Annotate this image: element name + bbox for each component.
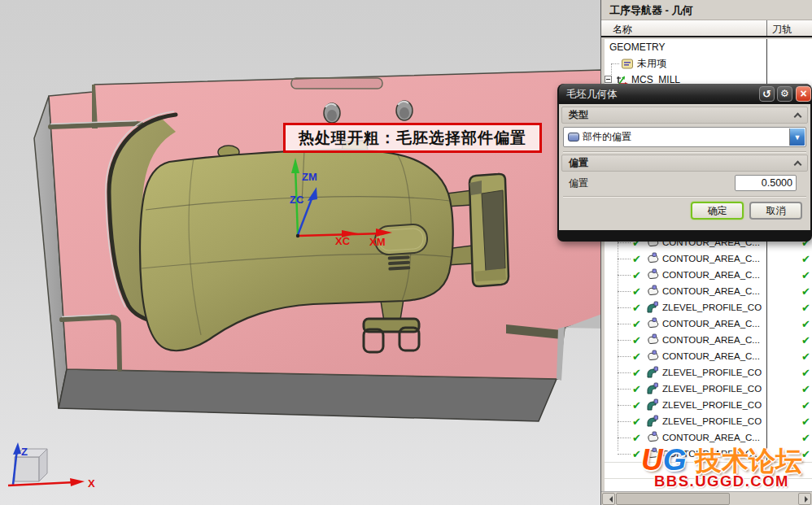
operation-row[interactable]: ✔ ZLEVEL_PROFILE_CO... ✔ bbox=[605, 397, 812, 413]
horizontal-scrollbar[interactable] bbox=[601, 491, 812, 505]
chevron-up-icon[interactable] bbox=[794, 160, 802, 168]
operation-icon bbox=[646, 252, 661, 265]
tree-connector bbox=[611, 63, 619, 64]
model-canvas: ZM ZC XC XM Z X bbox=[0, 0, 602, 505]
screw-hole[interactable] bbox=[396, 101, 413, 120]
toolpath-check-icon: ✔ bbox=[801, 270, 812, 281]
column-name[interactable]: 名称 bbox=[613, 23, 632, 37]
operation-icon bbox=[646, 350, 661, 363]
column-divider[interactable] bbox=[766, 20, 767, 36]
gear-icon[interactable]: ⚙ bbox=[777, 86, 792, 102]
operation-row[interactable]: ✔ CONTOUR_AREA_C... ✔ bbox=[605, 348, 812, 364]
operation-row[interactable]: ✔ ZLEVEL_PROFILE_CO... ✔ bbox=[605, 381, 812, 397]
dialog-buttons: 确定 取消 bbox=[561, 199, 808, 224]
operation-icon bbox=[646, 317, 661, 330]
operation-row[interactable]: ✔ CONTOUR_AREA_C... ✔ bbox=[605, 283, 812, 299]
offset-section-header[interactable]: 偏置 bbox=[561, 155, 808, 172]
dropdown-arrow-icon[interactable]: ▼ bbox=[789, 128, 805, 146]
operation-row[interactable]: ✔ ZLEVEL_PROFILE_CO... ✔ bbox=[605, 364, 812, 381]
operation-row[interactable]: ✔ CONTOUR_AREA_C... ✔ bbox=[605, 316, 812, 332]
status-check-icon: ✔ bbox=[632, 368, 646, 378]
tree-item-label: GEOMETRY bbox=[609, 41, 665, 53]
chevron-up-icon[interactable] bbox=[794, 112, 802, 120]
navigator-column-header: 名称 刀轨 bbox=[601, 20, 812, 37]
close-icon[interactable]: × bbox=[796, 86, 811, 102]
offset-field-label: 偏置 bbox=[569, 176, 588, 190]
dialog-body: 类型 部件的偏置 ▼ 偏置 偏置 0.5000 确定 取消 bbox=[559, 104, 810, 230]
toolpath-check-icon: ✔ bbox=[801, 286, 812, 297]
zc-label: ZC bbox=[290, 194, 304, 206]
tree-connector bbox=[618, 438, 631, 438]
status-check-icon: ✔ bbox=[632, 400, 646, 411]
tree-item-unused[interactable]: 未用项 bbox=[605, 55, 812, 72]
operation-row[interactable]: ✔ ZLEVEL_PROFILE_CO... ✔ bbox=[605, 299, 812, 316]
scrollbar-thumb[interactable] bbox=[616, 493, 730, 505]
scroll-right-button[interactable] bbox=[798, 493, 811, 505]
navigator-title: 工序导航器 - 几何 bbox=[601, 0, 812, 20]
operation-row[interactable]: ✔ CONTOUR_AREA_C... ✔ bbox=[605, 332, 812, 348]
screenshot-root: ZM ZC XC XM Z X 热处理开粗：毛胚选择部件偏置 工序导航器 - 几… bbox=[0, 0, 812, 505]
operation-row[interactable]: ✔ CONTOUR_AREA_C... ✔ bbox=[605, 267, 812, 283]
offset-param-row: 偏置 0.5000 bbox=[561, 172, 808, 194]
status-check-icon: ✔ bbox=[632, 351, 646, 362]
operation-name: ZLEVEL_PROFILE_CO... bbox=[662, 416, 762, 426]
cancel-button[interactable]: 取消 bbox=[749, 202, 802, 220]
operation-icon bbox=[646, 447, 661, 460]
tree-connector bbox=[618, 389, 631, 390]
operation-name: CONTOUR_AREA_C... bbox=[662, 319, 760, 329]
tree-connector bbox=[618, 421, 631, 422]
tree-connector bbox=[618, 275, 631, 276]
blank-geometry-dialog: 毛坯几何体 ↺ ⚙ × 类型 部件的偏置 ▼ 偏置 偏置 0.5000 bbox=[557, 84, 812, 242]
collapse-expander-icon[interactable] bbox=[605, 76, 612, 83]
operations-list: ✔ CONTOUR_AREA_C... ✔ ✔ CONTOUR_AREA_C..… bbox=[605, 234, 812, 462]
operation-icon bbox=[646, 398, 661, 411]
status-check-icon: ✔ bbox=[632, 319, 646, 329]
dialog-titlebar[interactable]: 毛坯几何体 ↺ ⚙ × bbox=[559, 84, 810, 104]
column-toolpath[interactable]: 刀轨 bbox=[772, 23, 792, 37]
operation-icon bbox=[646, 415, 661, 428]
operation-icon bbox=[646, 431, 661, 444]
tree-connector bbox=[618, 307, 631, 308]
operation-row[interactable]: ✔ CONTOUR_AREA_C... ✔ bbox=[605, 446, 812, 462]
type-dropdown[interactable]: 部件的偏置 ▼ bbox=[563, 127, 806, 147]
screw-hole[interactable] bbox=[324, 103, 340, 123]
status-check-icon: ✔ bbox=[632, 303, 646, 313]
toolpath-check-icon: ✔ bbox=[801, 368, 812, 378]
status-check-icon: ✔ bbox=[632, 286, 646, 297]
tree-item-label: 未用项 bbox=[637, 57, 666, 71]
mini-z-label: Z bbox=[21, 446, 28, 458]
type-section-label: 类型 bbox=[569, 108, 588, 122]
operation-name: CONTOUR_AREA_C... bbox=[662, 286, 760, 296]
operation-name: ZLEVEL_PROFILE_CO... bbox=[662, 400, 762, 410]
empty-row-line bbox=[605, 462, 812, 463]
toolpath-check-icon: ✔ bbox=[801, 416, 812, 427]
toolpath-check-icon: ✔ bbox=[801, 351, 812, 362]
divider bbox=[563, 196, 806, 198]
operation-navigator-panel: 工序导航器 - 几何 名称 刀轨 GEOMETRY 未用项 bbox=[600, 0, 812, 505]
xm-label: XM bbox=[369, 236, 386, 248]
operation-name: CONTOUR_AREA_C... bbox=[662, 335, 760, 345]
ok-button[interactable]: 确定 bbox=[691, 202, 744, 220]
operation-name: ZLEVEL_PROFILE_CO... bbox=[662, 368, 762, 377]
type-section-header[interactable]: 类型 bbox=[561, 107, 808, 124]
unused-items-icon bbox=[621, 58, 635, 70]
divider bbox=[563, 151, 806, 153]
toolpath-check-icon: ✔ bbox=[801, 400, 812, 411]
operation-icon bbox=[646, 301, 661, 314]
graphics-viewport[interactable]: ZM ZC XC XM Z X 热处理开粗：毛胚选择部件偏置 bbox=[0, 0, 602, 505]
tree-connector bbox=[618, 324, 631, 324]
tree-connector bbox=[618, 454, 631, 455]
operation-name: CONTOUR_AREA_C... bbox=[662, 433, 760, 442]
reset-icon[interactable]: ↺ bbox=[759, 86, 775, 102]
mini-x-label: X bbox=[88, 477, 95, 490]
tree-item-geometry[interactable]: GEOMETRY bbox=[605, 39, 812, 55]
offset-input[interactable]: 0.5000 bbox=[735, 175, 797, 191]
operation-icon bbox=[646, 333, 661, 346]
operation-row[interactable]: ✔ ZLEVEL_PROFILE_CO... ✔ bbox=[605, 413, 812, 429]
scroll-left-button[interactable] bbox=[602, 493, 615, 505]
toolpath-check-icon: ✔ bbox=[801, 449, 812, 459]
operation-row[interactable]: ✔ CONTOUR_AREA_C... ✔ bbox=[605, 429, 812, 446]
operation-row[interactable]: ✔ CONTOUR_AREA_C... ✔ bbox=[605, 250, 812, 267]
status-check-icon: ✔ bbox=[632, 254, 646, 264]
tree-connector bbox=[618, 259, 631, 259]
